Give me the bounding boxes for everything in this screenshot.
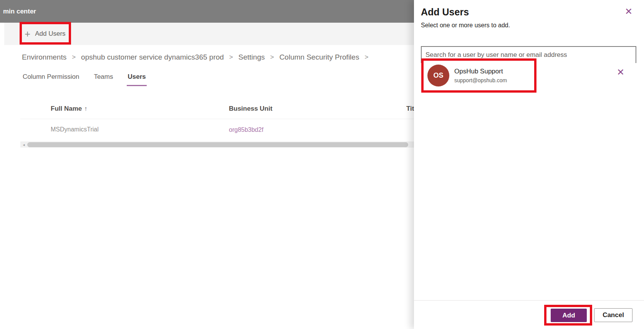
app-title: min center (3, 8, 36, 15)
breadcrumb: Environments > opshub customer service d… (22, 50, 414, 65)
chevron-right-icon: > (270, 53, 274, 61)
cell-business-unit-link[interactable]: org85b3bd2f (229, 126, 263, 133)
horizontal-scrollbar[interactable]: ◂ (20, 141, 414, 148)
panel-subtitle: Select one or more users to add. (421, 22, 510, 29)
tab-bar: Column Permission Teams Users (22, 70, 147, 86)
add-users-button-label: Add Users (35, 30, 65, 38)
cancel-button[interactable]: Cancel (594, 308, 632, 322)
breadcrumb-item-settings[interactable]: Settings (238, 53, 265, 61)
scrollbar-thumb[interactable] (27, 142, 408, 147)
footer-divider (414, 300, 644, 301)
breadcrumb-item-environment-name[interactable]: opshub customer service dynamics365 prod (81, 53, 224, 61)
add-button[interactable]: Add (551, 309, 587, 322)
tab-column-permission[interactable]: Column Permission (22, 70, 80, 86)
table-header-divider (20, 119, 414, 119)
user-name: OpsHub Support (454, 68, 507, 75)
selected-user-card[interactable]: OS OpsHub Support support@opshub.com (424, 61, 533, 90)
command-toolbar: + Add Users (4, 23, 414, 45)
chevron-right-icon: > (72, 53, 76, 61)
chevron-right-icon: > (364, 53, 368, 61)
scroll-left-arrow-icon[interactable]: ◂ (20, 143, 27, 147)
table-row[interactable]: MSDynamicsTrial org85b3bd2f (0, 122, 414, 138)
column-header-business-unit[interactable]: Business Unit (229, 105, 272, 113)
user-meta: OpsHub Support support@opshub.com (454, 68, 507, 83)
table-header-row: Full Name↑ Business Unit Tit (0, 102, 414, 116)
column-header-title-truncated[interactable]: Tit (406, 105, 414, 113)
chevron-right-icon: > (229, 53, 233, 61)
column-header-full-name[interactable]: Full Name↑ (51, 105, 87, 113)
plus-icon: + (25, 29, 30, 39)
breadcrumb-item-column-security-profiles[interactable]: Column Security Profiles (279, 53, 359, 61)
breadcrumb-item-environments[interactable]: Environments (22, 53, 66, 61)
tab-users[interactable]: Users (127, 70, 146, 86)
remove-user-icon[interactable]: ✕ (617, 68, 624, 77)
add-users-panel: Add Users ✕ Select one or more users to … (414, 0, 644, 329)
user-email: support@opshub.com (454, 77, 507, 83)
app-root: min center + Add Users Environments > op… (0, 0, 644, 329)
cell-full-name: MSDynamicsTrial (51, 126, 99, 133)
tab-teams[interactable]: Teams (93, 70, 114, 86)
column-header-full-name-label: Full Name (51, 105, 82, 112)
sort-ascending-icon: ↑ (84, 105, 87, 112)
add-users-button[interactable]: + Add Users (25, 24, 66, 43)
panel-title: Add Users (421, 7, 469, 18)
top-app-bar: min center (0, 0, 414, 23)
avatar: OS (427, 65, 449, 86)
close-icon[interactable]: ✕ (625, 7, 632, 16)
